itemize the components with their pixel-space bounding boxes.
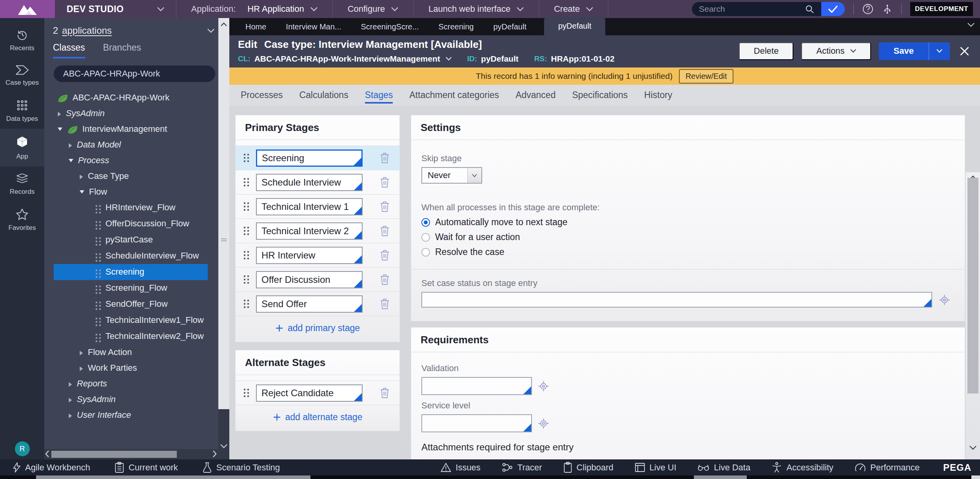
tree-item[interactable]: Screening (54, 264, 208, 280)
chevron-down-icon[interactable] (207, 29, 214, 33)
tree-item[interactable]: HRInterview_Flow (54, 200, 208, 216)
window-tab[interactable]: Screening (428, 18, 483, 35)
rail-item[interactable]: App (0, 129, 44, 166)
radio-button[interactable] (421, 233, 430, 242)
add-primary-stage-button[interactable]: add primary stage (236, 316, 399, 342)
record-tab[interactable]: History (636, 85, 681, 106)
delete-stage-icon[interactable] (379, 152, 390, 164)
scroll-left-icon[interactable] (45, 450, 49, 457)
scroll-down-icon[interactable] (965, 446, 980, 450)
record-tab[interactable]: Advanced (507, 85, 564, 106)
tree-item[interactable]: SysAdmin (54, 106, 208, 121)
toolbar-item[interactable]: Accessibility (771, 462, 833, 473)
tab-overflow-icon[interactable] (967, 23, 975, 27)
tree-item[interactable]: TechnicalInterview2_Flow (54, 328, 208, 344)
tree-item[interactable]: Reports (54, 376, 208, 392)
save-button[interactable]: Save (879, 42, 929, 60)
target-icon[interactable] (537, 380, 550, 392)
radio-option[interactable]: Automatically move to next stage (421, 217, 951, 228)
toolbar-item[interactable]: Scenario Testing (202, 462, 280, 473)
delete-stage-icon[interactable] (379, 176, 390, 188)
delete-stage-icon[interactable] (379, 273, 390, 286)
explorer-horizontal-scrollbar[interactable] (44, 449, 218, 459)
drag-handle-icon[interactable] (243, 178, 249, 187)
delete-stage-icon[interactable] (379, 249, 390, 261)
stage-name-input[interactable] (256, 271, 363, 288)
window-tab[interactable]: pyDefault (544, 17, 606, 35)
pega-logo[interactable] (0, 0, 55, 18)
chevron-down-icon[interactable] (446, 57, 452, 61)
application-menu[interactable]: Application: HR Application (176, 0, 333, 18)
rail-item[interactable]: Records (0, 166, 44, 202)
scrollbar-thumb[interactable] (51, 451, 177, 458)
explorer-vertical-scrollbar[interactable] (218, 18, 229, 459)
tree-item[interactable]: Work Parties (54, 360, 208, 376)
save-menu-button[interactable] (929, 42, 950, 60)
toolbar-item[interactable]: Live UI (635, 462, 676, 473)
tree-item[interactable]: Flow (54, 184, 208, 200)
radio-option[interactable]: Resolve the case (421, 247, 951, 257)
review-edit-button[interactable]: Review/Edit (679, 69, 734, 84)
expand-arrow-icon[interactable] (68, 158, 74, 162)
hierarchy-icon[interactable] (882, 4, 893, 15)
content-vertical-scrollbar[interactable] (965, 172, 980, 459)
topbar-menu-item[interactable]: Configure (333, 0, 414, 18)
actions-button[interactable]: Actions (801, 42, 871, 60)
case-status-input[interactable] (421, 292, 932, 308)
record-tab[interactable]: Attachment categories (401, 85, 507, 106)
service-level-input[interactable] (421, 414, 532, 432)
validation-input[interactable] (421, 377, 532, 395)
stage-name-input[interactable] (256, 174, 363, 191)
tree-item[interactable]: Screening_Flow (54, 280, 208, 296)
stage-name-input[interactable] (256, 384, 363, 402)
expand-arrow-icon[interactable] (68, 397, 73, 403)
toolbar-item[interactable]: Issues (441, 462, 481, 473)
rail-item[interactable]: Data types (0, 93, 44, 129)
toolbar-item[interactable]: Live Data (697, 462, 750, 473)
explorer-tab[interactable]: Classes (53, 42, 85, 58)
scrollbar-thumb[interactable] (967, 178, 978, 393)
drag-handle-icon[interactable] (243, 388, 249, 397)
toolbar-item[interactable]: Performance (855, 462, 920, 473)
record-tab[interactable]: Calculations (291, 85, 356, 106)
tree-item[interactable]: InterviewManagement (54, 121, 208, 137)
expand-arrow-icon[interactable] (68, 382, 73, 387)
drag-handle-icon[interactable] (243, 226, 249, 235)
class-search-input[interactable]: ABC-APAC-HRApp-Work (54, 66, 215, 82)
drag-handle-icon[interactable] (243, 275, 249, 284)
toolbar-item[interactable]: Tracer (502, 462, 542, 473)
record-tab[interactable]: Processes (232, 85, 291, 106)
radio-option[interactable]: Wait for a user action (421, 232, 951, 242)
delete-stage-icon[interactable] (379, 387, 390, 399)
record-tab[interactable]: Stages (357, 85, 401, 106)
tree-item[interactable]: ScheduleInterview_Flow (54, 248, 208, 264)
topbar-menu-item[interactable]: Launch web interface (414, 0, 539, 18)
expand-arrow-icon[interactable] (57, 127, 63, 131)
tree-item[interactable]: SysAdmin (54, 392, 208, 407)
stage-name-input[interactable] (256, 149, 363, 167)
expand-arrow-icon[interactable] (68, 143, 73, 148)
drag-handle-icon[interactable] (243, 202, 249, 211)
rail-item[interactable]: Recents (0, 22, 44, 58)
scroll-up-button[interactable] (218, 18, 229, 31)
stage-name-input[interactable] (256, 198, 363, 215)
tree-item[interactable]: pyStartCase (54, 232, 208, 248)
delete-button[interactable]: Delete (739, 42, 794, 60)
scroll-down-button[interactable] (218, 444, 229, 448)
tree-item[interactable]: Flow Action (54, 344, 208, 360)
skip-stage-select[interactable]: Never (421, 167, 482, 184)
search-input[interactable]: Search (692, 2, 821, 16)
tree-item[interactable]: Case Type (54, 168, 208, 184)
record-tab[interactable]: Specifications (564, 85, 636, 106)
window-tab[interactable]: pyDefault (483, 18, 536, 35)
drag-handle-icon[interactable] (243, 153, 249, 162)
delete-stage-icon[interactable] (379, 200, 390, 213)
tree-item[interactable]: OfferDiscussion_Flow (54, 216, 208, 232)
expand-arrow-icon[interactable] (79, 174, 83, 180)
tree-item[interactable]: Data Model (54, 137, 208, 153)
help-icon[interactable] (862, 4, 873, 15)
toolbar-item[interactable]: Clipboard (563, 462, 613, 473)
rail-item[interactable]: Favorites (0, 202, 44, 238)
radio-button[interactable] (421, 248, 430, 257)
window-tab[interactable]: ScreeningScre... (351, 18, 429, 35)
